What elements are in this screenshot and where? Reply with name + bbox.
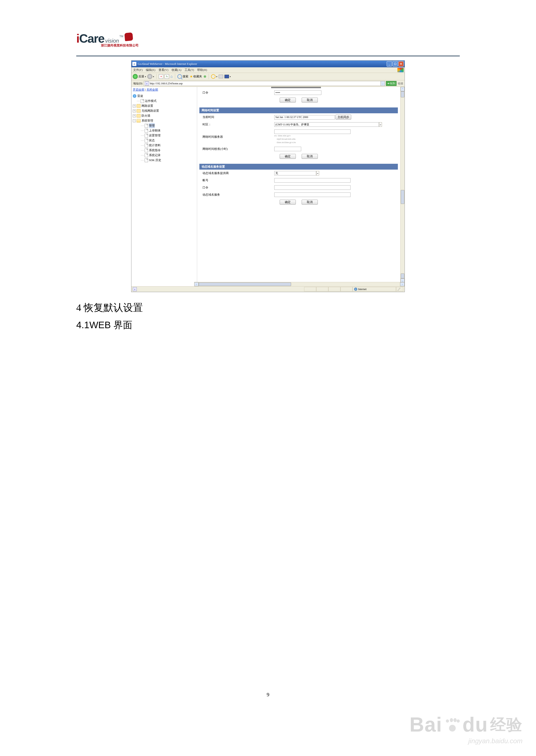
scroll-up-button[interactable]: ⌃ — [401, 87, 405, 91]
timezone-select[interactable] — [274, 122, 379, 127]
menu-favorites[interactable]: 收藏(A) — [172, 68, 182, 72]
ddns-account-input[interactable] — [274, 178, 351, 183]
menu-edit[interactable]: 编辑(E) — [146, 68, 155, 72]
ddns-provider-dropdown-button[interactable]: ⌄ — [316, 171, 319, 175]
tree-item[interactable]: 运作模式 — [133, 98, 196, 103]
time-calibrate-input[interactable] — [274, 147, 301, 151]
print-button[interactable] — [219, 75, 223, 78]
tree-item[interactable]: +防火墙 — [133, 113, 196, 118]
watermark: Bai du 经验 jingyan.baidu.com — [410, 713, 522, 745]
ddns-cancel-button[interactable]: 取消 — [302, 200, 318, 205]
maximize-button[interactable]: ☐ — [392, 61, 398, 67]
refresh-button[interactable]: ↻ — [165, 74, 169, 79]
ddns-domain-input[interactable] — [274, 192, 351, 197]
go-button[interactable]: ➜转到 — [386, 81, 396, 86]
scroll-left-button[interactable]: ‹ — [194, 282, 199, 286]
favorites-button[interactable]: ★收藏夹 — [190, 75, 202, 79]
close-button[interactable]: ✕ — [398, 61, 404, 67]
password-ok-button[interactable]: 确定 — [280, 98, 296, 103]
time-ok-button[interactable]: 确定 — [280, 154, 296, 159]
current-time-input[interactable] — [274, 115, 335, 120]
tree-item[interactable]: ?雷凌 — [133, 93, 196, 98]
back-button[interactable]: 后退 ▾ — [133, 74, 146, 79]
ddns-provider-select[interactable] — [274, 171, 316, 175]
tree-item-label: 防火墙 — [142, 113, 150, 118]
tree-item[interactable]: 统计资料 — [133, 143, 196, 148]
page-icon — [145, 124, 148, 128]
divider — [76, 56, 460, 56]
brand-logo: iCare visionTM 浙江捷尚视觉科技有限公司 — [76, 31, 460, 52]
scroll-down-button[interactable]: ⌄ — [401, 278, 405, 282]
search-button[interactable]: 搜索 — [177, 74, 188, 79]
ddns-provider-label: 动态域名服务提供商 — [199, 170, 272, 177]
tree-item[interactable]: 设置管理 — [133, 133, 196, 138]
history-button[interactable]: ❋ — [203, 75, 206, 79]
folder-open-icon — [137, 119, 141, 122]
expand-icon[interactable]: + — [133, 115, 136, 117]
page-icon — [145, 129, 148, 133]
tool-bar: 后退 ▾ ▾ ✕ ↻ ⌂ 搜索 ★收藏夹 ❋ ▾ ▾ — [131, 73, 405, 80]
menu-file[interactable]: 文件(F) — [133, 68, 143, 72]
tree-item-label: 系统指令 — [149, 148, 161, 153]
tree-item[interactable]: 上传韧体 — [133, 128, 196, 133]
tree-item[interactable]: 系统指令 — [133, 148, 196, 153]
password-cancel-button[interactable]: 取消 — [302, 98, 318, 103]
scroll-right-button[interactable]: › — [400, 282, 405, 286]
tree-item[interactable]: -系统管理 — [133, 118, 196, 123]
edit-button[interactable]: ▾ — [224, 75, 231, 78]
menu-help[interactable]: 帮助(H) — [197, 68, 207, 72]
forward-button[interactable]: ▾ — [147, 74, 154, 79]
page-icon — [141, 99, 144, 103]
ie-window: e GoAhead WebServer - Microsoft Internet… — [131, 60, 405, 292]
window-title: GoAhead WebServer - Microsoft Internet E… — [138, 62, 197, 66]
tree-item-label: 运作模式 — [145, 98, 156, 103]
expand-icon[interactable]: + — [133, 110, 136, 112]
paw-icon — [445, 718, 460, 732]
ntp-input[interactable] — [274, 129, 351, 134]
tree-item[interactable]: 系统记录 — [133, 153, 196, 158]
tree-item[interactable]: SDK 历史 — [133, 158, 196, 163]
vertical-scrollbar[interactable]: ⌃ ⌄ — [400, 87, 405, 282]
ddns-ok-button[interactable]: 确定 — [280, 200, 296, 205]
close-all-link[interactable]: 关闭全部 — [147, 88, 158, 91]
tree-item-label: 管理 — [149, 123, 155, 128]
minimize-button[interactable]: _ — [386, 61, 392, 67]
tree-item[interactable]: 状态 — [133, 138, 196, 143]
tree-item[interactable]: 管理 — [133, 123, 196, 128]
ntp-label: 网络时间服务器 — [199, 128, 272, 145]
tree-panel: 开启全部 | 关闭全部 ?雷凌运作模式+网路设置+无线网路设置+防火墙-系统管理… — [131, 87, 197, 282]
page-icon — [145, 134, 148, 138]
menu-tools[interactable]: 工具(T) — [184, 68, 194, 72]
expand-icon[interactable]: + — [133, 105, 136, 107]
host-sync-button[interactable]: 主机同步 — [336, 115, 351, 120]
folder-icon — [137, 114, 141, 118]
tree-item-label: 网路设置 — [142, 103, 153, 108]
password-input[interactable] — [274, 90, 321, 95]
horizontal-scrollbar[interactable]: ‹ › — [194, 282, 405, 286]
menu-view[interactable]: 查看(V) — [158, 68, 168, 72]
tree-item[interactable]: +网路设置 — [133, 103, 196, 108]
tree-item-label: 系统记录 — [149, 153, 161, 158]
zone-pane: Internet — [352, 287, 396, 292]
help-icon: ? — [133, 94, 136, 98]
title-bar: e GoAhead WebServer - Microsoft Internet… — [131, 60, 405, 67]
page-icon — [145, 139, 148, 142]
tree-item-label: 系统管理 — [142, 118, 153, 123]
mail-button[interactable]: ▾ — [211, 74, 217, 79]
ddns-password-input[interactable] — [274, 185, 351, 190]
folder-icon — [137, 109, 141, 113]
expand-icon[interactable]: - — [133, 120, 136, 122]
ie-icon: e — [132, 62, 136, 66]
address-input[interactable]: ehttp://192.168.0.254/home.asp — [144, 81, 381, 86]
home-button[interactable]: ⌂ — [170, 75, 173, 79]
open-all-link[interactable]: 开启全部 — [133, 88, 145, 91]
time-section-header: 网络时间设置 — [199, 107, 398, 113]
status-bar: e Internet ⋰ — [131, 286, 405, 292]
links-label[interactable]: 链接 — [398, 82, 403, 86]
stop-button[interactable]: ✕ — [159, 74, 163, 79]
tree-item[interactable]: +无线网路设置 — [133, 108, 196, 113]
timezone-dropdown-button[interactable]: ⌄ — [379, 122, 382, 127]
address-dropdown-button[interactable]: ⌄ — [381, 81, 385, 86]
time-cancel-button[interactable]: 取消 — [302, 154, 318, 159]
tree-item-label: 统计资料 — [149, 143, 161, 148]
